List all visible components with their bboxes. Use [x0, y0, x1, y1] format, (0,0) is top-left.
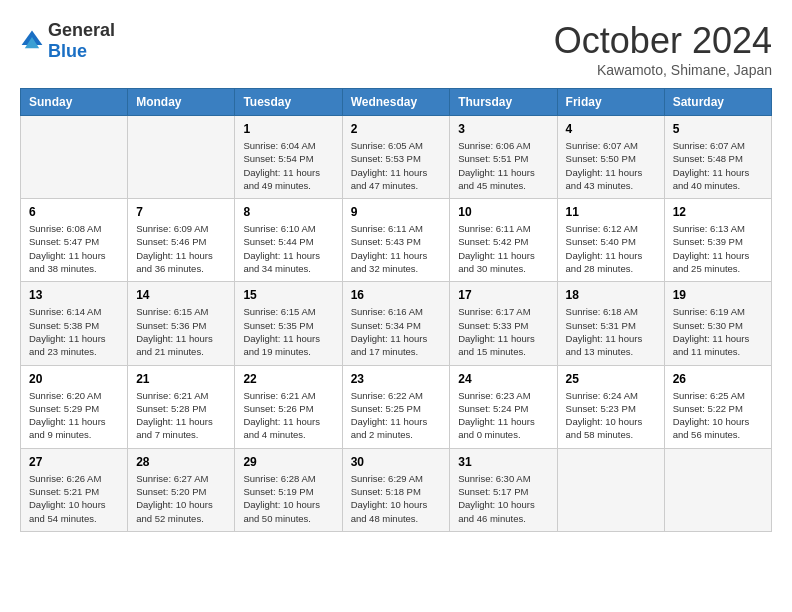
calendar-cell: 23Sunrise: 6:22 AM Sunset: 5:25 PM Dayli…: [342, 365, 450, 448]
week-row-3: 20Sunrise: 6:20 AM Sunset: 5:29 PM Dayli…: [21, 365, 772, 448]
calendar-cell: 19Sunrise: 6:19 AM Sunset: 5:30 PM Dayli…: [664, 282, 771, 365]
day-info: Sunrise: 6:30 AM Sunset: 5:17 PM Dayligh…: [458, 472, 548, 525]
day-info: Sunrise: 6:10 AM Sunset: 5:44 PM Dayligh…: [243, 222, 333, 275]
day-number: 25: [566, 372, 656, 386]
day-number: 20: [29, 372, 119, 386]
calendar-cell: 1Sunrise: 6:04 AM Sunset: 5:54 PM Daylig…: [235, 116, 342, 199]
calendar-cell: 3Sunrise: 6:06 AM Sunset: 5:51 PM Daylig…: [450, 116, 557, 199]
day-number: 18: [566, 288, 656, 302]
day-number: 1: [243, 122, 333, 136]
day-number: 27: [29, 455, 119, 469]
calendar-cell: 11Sunrise: 6:12 AM Sunset: 5:40 PM Dayli…: [557, 199, 664, 282]
day-number: 24: [458, 372, 548, 386]
day-info: Sunrise: 6:22 AM Sunset: 5:25 PM Dayligh…: [351, 389, 442, 442]
day-number: 22: [243, 372, 333, 386]
day-number: 4: [566, 122, 656, 136]
header-sunday: Sunday: [21, 89, 128, 116]
calendar-cell: 25Sunrise: 6:24 AM Sunset: 5:23 PM Dayli…: [557, 365, 664, 448]
logo-text: General Blue: [48, 20, 115, 62]
day-number: 13: [29, 288, 119, 302]
header-tuesday: Tuesday: [235, 89, 342, 116]
day-info: Sunrise: 6:15 AM Sunset: 5:35 PM Dayligh…: [243, 305, 333, 358]
calendar-cell: 8Sunrise: 6:10 AM Sunset: 5:44 PM Daylig…: [235, 199, 342, 282]
calendar-cell: 22Sunrise: 6:21 AM Sunset: 5:26 PM Dayli…: [235, 365, 342, 448]
day-number: 21: [136, 372, 226, 386]
header-monday: Monday: [128, 89, 235, 116]
logo-blue: Blue: [48, 41, 87, 61]
calendar-body: 1Sunrise: 6:04 AM Sunset: 5:54 PM Daylig…: [21, 116, 772, 532]
calendar-cell: 14Sunrise: 6:15 AM Sunset: 5:36 PM Dayli…: [128, 282, 235, 365]
day-info: Sunrise: 6:08 AM Sunset: 5:47 PM Dayligh…: [29, 222, 119, 275]
day-info: Sunrise: 6:11 AM Sunset: 5:43 PM Dayligh…: [351, 222, 442, 275]
day-number: 31: [458, 455, 548, 469]
week-row-2: 13Sunrise: 6:14 AM Sunset: 5:38 PM Dayli…: [21, 282, 772, 365]
calendar-cell: 4Sunrise: 6:07 AM Sunset: 5:50 PM Daylig…: [557, 116, 664, 199]
day-number: 15: [243, 288, 333, 302]
calendar-cell: 5Sunrise: 6:07 AM Sunset: 5:48 PM Daylig…: [664, 116, 771, 199]
page-header: General Blue October 2024 Kawamoto, Shim…: [20, 20, 772, 78]
day-number: 19: [673, 288, 763, 302]
day-number: 11: [566, 205, 656, 219]
week-row-1: 6Sunrise: 6:08 AM Sunset: 5:47 PM Daylig…: [21, 199, 772, 282]
day-info: Sunrise: 6:14 AM Sunset: 5:38 PM Dayligh…: [29, 305, 119, 358]
calendar-cell: 20Sunrise: 6:20 AM Sunset: 5:29 PM Dayli…: [21, 365, 128, 448]
calendar-cell: 21Sunrise: 6:21 AM Sunset: 5:28 PM Dayli…: [128, 365, 235, 448]
day-info: Sunrise: 6:18 AM Sunset: 5:31 PM Dayligh…: [566, 305, 656, 358]
calendar-cell: 13Sunrise: 6:14 AM Sunset: 5:38 PM Dayli…: [21, 282, 128, 365]
day-info: Sunrise: 6:15 AM Sunset: 5:36 PM Dayligh…: [136, 305, 226, 358]
location: Kawamoto, Shimane, Japan: [554, 62, 772, 78]
day-number: 30: [351, 455, 442, 469]
day-number: 9: [351, 205, 442, 219]
day-info: Sunrise: 6:06 AM Sunset: 5:51 PM Dayligh…: [458, 139, 548, 192]
header-friday: Friday: [557, 89, 664, 116]
day-info: Sunrise: 6:07 AM Sunset: 5:50 PM Dayligh…: [566, 139, 656, 192]
day-info: Sunrise: 6:07 AM Sunset: 5:48 PM Dayligh…: [673, 139, 763, 192]
day-number: 29: [243, 455, 333, 469]
calendar-cell: 30Sunrise: 6:29 AM Sunset: 5:18 PM Dayli…: [342, 448, 450, 531]
calendar-cell: 2Sunrise: 6:05 AM Sunset: 5:53 PM Daylig…: [342, 116, 450, 199]
day-number: 14: [136, 288, 226, 302]
day-number: 10: [458, 205, 548, 219]
day-info: Sunrise: 6:13 AM Sunset: 5:39 PM Dayligh…: [673, 222, 763, 275]
day-info: Sunrise: 6:20 AM Sunset: 5:29 PM Dayligh…: [29, 389, 119, 442]
calendar-cell: 26Sunrise: 6:25 AM Sunset: 5:22 PM Dayli…: [664, 365, 771, 448]
header-thursday: Thursday: [450, 89, 557, 116]
calendar-cell: 10Sunrise: 6:11 AM Sunset: 5:42 PM Dayli…: [450, 199, 557, 282]
day-number: 6: [29, 205, 119, 219]
day-number: 8: [243, 205, 333, 219]
week-row-0: 1Sunrise: 6:04 AM Sunset: 5:54 PM Daylig…: [21, 116, 772, 199]
calendar-cell: 12Sunrise: 6:13 AM Sunset: 5:39 PM Dayli…: [664, 199, 771, 282]
day-number: 2: [351, 122, 442, 136]
calendar-cell: [128, 116, 235, 199]
week-row-4: 27Sunrise: 6:26 AM Sunset: 5:21 PM Dayli…: [21, 448, 772, 531]
day-info: Sunrise: 6:19 AM Sunset: 5:30 PM Dayligh…: [673, 305, 763, 358]
calendar-cell: 24Sunrise: 6:23 AM Sunset: 5:24 PM Dayli…: [450, 365, 557, 448]
day-info: Sunrise: 6:21 AM Sunset: 5:28 PM Dayligh…: [136, 389, 226, 442]
calendar-cell: 9Sunrise: 6:11 AM Sunset: 5:43 PM Daylig…: [342, 199, 450, 282]
calendar-cell: 17Sunrise: 6:17 AM Sunset: 5:33 PM Dayli…: [450, 282, 557, 365]
calendar-table: Sunday Monday Tuesday Wednesday Thursday…: [20, 88, 772, 532]
day-info: Sunrise: 6:24 AM Sunset: 5:23 PM Dayligh…: [566, 389, 656, 442]
day-info: Sunrise: 6:27 AM Sunset: 5:20 PM Dayligh…: [136, 472, 226, 525]
day-info: Sunrise: 6:04 AM Sunset: 5:54 PM Dayligh…: [243, 139, 333, 192]
calendar-cell: [21, 116, 128, 199]
header-wednesday: Wednesday: [342, 89, 450, 116]
calendar-cell: 18Sunrise: 6:18 AM Sunset: 5:31 PM Dayli…: [557, 282, 664, 365]
day-info: Sunrise: 6:17 AM Sunset: 5:33 PM Dayligh…: [458, 305, 548, 358]
day-number: 26: [673, 372, 763, 386]
calendar-cell: 6Sunrise: 6:08 AM Sunset: 5:47 PM Daylig…: [21, 199, 128, 282]
calendar-cell: 16Sunrise: 6:16 AM Sunset: 5:34 PM Dayli…: [342, 282, 450, 365]
day-info: Sunrise: 6:09 AM Sunset: 5:46 PM Dayligh…: [136, 222, 226, 275]
logo-general: General: [48, 20, 115, 40]
calendar-cell: 15Sunrise: 6:15 AM Sunset: 5:35 PM Dayli…: [235, 282, 342, 365]
calendar-cell: 29Sunrise: 6:28 AM Sunset: 5:19 PM Dayli…: [235, 448, 342, 531]
day-number: 28: [136, 455, 226, 469]
day-number: 16: [351, 288, 442, 302]
day-number: 17: [458, 288, 548, 302]
calendar-cell: 27Sunrise: 6:26 AM Sunset: 5:21 PM Dayli…: [21, 448, 128, 531]
logo-icon: [20, 29, 44, 53]
day-info: Sunrise: 6:25 AM Sunset: 5:22 PM Dayligh…: [673, 389, 763, 442]
day-number: 5: [673, 122, 763, 136]
day-info: Sunrise: 6:26 AM Sunset: 5:21 PM Dayligh…: [29, 472, 119, 525]
day-info: Sunrise: 6:29 AM Sunset: 5:18 PM Dayligh…: [351, 472, 442, 525]
